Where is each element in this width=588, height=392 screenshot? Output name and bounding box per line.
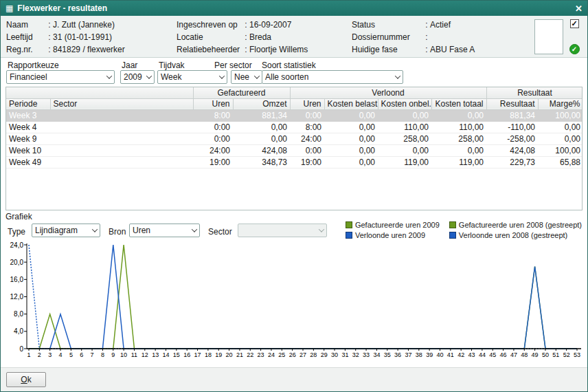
column-header-kosten-totaal[interactable]: Kosten totaal — [431, 98, 486, 109]
soort-statistiek-value: Alle soorten — [262, 72, 392, 82]
cell: 8:00 — [193, 109, 233, 121]
svg-text:18: 18 — [205, 351, 212, 358]
tijdvak-label: Tijdvak — [159, 61, 185, 70]
group-header-verloond: Verloond — [290, 87, 486, 98]
info-field-status: Status : Actief — [352, 19, 534, 31]
flexworker-checkbox[interactable]: ✓ — [570, 19, 579, 28]
column-header-omzet[interactable]: Omzet — [233, 98, 290, 109]
legend-label: Verloonde uren 2008 (gestreept) — [459, 231, 567, 239]
column-header-marge[interactable]: Marge% — [538, 98, 583, 109]
svg-text:2: 2 — [38, 351, 41, 358]
cell: 24:00 — [193, 144, 233, 156]
cell — [50, 156, 193, 168]
colon: : — [423, 20, 430, 30]
svg-text:30: 30 — [331, 351, 338, 358]
rapportkeuze-label: Rapportkeuze — [8, 61, 59, 70]
svg-text:44: 44 — [479, 351, 486, 358]
info-field-ingeschreven: Ingeschreven op : 16-09-2007 — [177, 19, 352, 31]
svg-text:16: 16 — [183, 351, 190, 358]
jaar-select[interactable]: 2009 — [120, 70, 155, 84]
svg-text:14: 14 — [162, 351, 169, 358]
info-field-relatiebeheerder: Relatiebeheerder : Floortje Willems — [177, 43, 352, 56]
column-header-resultaat[interactable]: Resultaat — [486, 98, 538, 109]
window-icon: ▦ — [5, 4, 13, 12]
info-field-dossiernummer: Dossiernummer : — [352, 31, 534, 43]
cell: 0:00 — [290, 144, 324, 156]
column-header-sector[interactable]: Sector — [50, 98, 193, 109]
info-field-locatie: Locatie : Breda — [177, 31, 352, 43]
per-sector-value: Nee — [231, 72, 251, 82]
cell: 881,34 — [486, 109, 538, 121]
chart-source-select[interactable]: Uren — [129, 224, 200, 237]
chart-type-value: Lijndiagram — [32, 226, 89, 235]
chart-legend: Gefactureerde uren 2009Gefactureerde ure… — [346, 221, 582, 239]
results-table-body: Week 38:00881,340:000,000,000,00881,3410… — [6, 109, 583, 168]
svg-text:29: 29 — [321, 351, 328, 358]
results-grid: Gefactureerd Verloond Resultaat Periode … — [5, 87, 583, 210]
close-icon[interactable]: ✕ — [575, 4, 583, 13]
info-field-huidige-fase: Huidige fase : ABU Fase A — [352, 43, 534, 56]
cell — [50, 144, 193, 156]
cell: 258,00 — [378, 133, 431, 144]
svg-text:20: 20 — [226, 351, 233, 358]
svg-text:5: 5 — [69, 351, 73, 358]
table-row[interactable]: Week 1024:00424,080:000,000,000,00424,08… — [6, 144, 583, 156]
column-header-uren-verloond[interactable]: Uren — [290, 98, 324, 109]
svg-text:33: 33 — [363, 351, 370, 358]
ok-button[interactable]: Ok — [6, 372, 46, 387]
table-row[interactable]: Week 90:000,0024:000,00258,00258,00-258,… — [6, 133, 583, 144]
svg-text:38: 38 — [416, 351, 422, 358]
cell: 0,00 — [233, 133, 290, 144]
table-row[interactable]: Week 38:00881,340:000,000,000,00881,3410… — [6, 109, 583, 121]
svg-text:41: 41 — [447, 351, 454, 358]
colon: : — [46, 20, 53, 30]
chart-type-select[interactable]: Lijndiagram — [32, 224, 100, 237]
svg-text:28: 28 — [310, 351, 317, 358]
colon: : — [46, 45, 53, 54]
cell: 0,00 — [378, 144, 431, 156]
cell: 0,00 — [324, 144, 378, 156]
svg-text:7: 7 — [91, 351, 94, 358]
info-field-regnr: Reg.nr. : 841829 / flexwerker — [6, 43, 177, 56]
colon: : — [242, 45, 249, 54]
table-row[interactable]: Week 40:000,008:000,00110,00110,00-110,0… — [6, 121, 583, 133]
column-header-kosten-belast[interactable]: Kosten belast — [324, 98, 378, 109]
cell: 0,00 — [538, 121, 583, 133]
svg-text:47: 47 — [510, 351, 517, 358]
field-value: Actief — [430, 20, 534, 30]
titlebar: ▦ Flexwerker - resultaten ✕ — [1, 1, 587, 16]
svg-text:37: 37 — [405, 351, 411, 358]
table-row[interactable]: Week 4919:00348,7319:000,00119,00119,002… — [6, 156, 583, 168]
cell: Week 49 — [6, 156, 50, 168]
field-value: J. Zutt (Janneke) — [53, 20, 177, 30]
cell: 100,00 — [538, 144, 583, 156]
field-label: Status — [352, 20, 423, 30]
soort-statistiek-select[interactable]: Alle soorten — [262, 70, 403, 84]
cell: Week 3 — [6, 109, 50, 121]
cell — [50, 133, 193, 144]
column-header-uren-gefactureerd[interactable]: Uren — [193, 98, 233, 109]
svg-text:4: 4 — [59, 351, 63, 358]
column-header-kosten-onbel[interactable]: Kosten onbel. — [378, 98, 431, 109]
tijdvak-value: Week — [158, 72, 216, 82]
field-value: Breda — [249, 32, 352, 42]
info-field-naam: Naam : J. Zutt (Janneke) — [6, 19, 177, 31]
legend-swatch — [449, 232, 456, 239]
cell: 0:00 — [193, 121, 233, 133]
svg-text:3: 3 — [48, 351, 52, 358]
column-header-periode[interactable]: Periode — [6, 98, 50, 109]
cell: 881,34 — [233, 109, 290, 121]
legend-item: Verloonde uren 2008 (gestreept) — [449, 231, 582, 239]
tijdvak-select[interactable]: Week — [157, 70, 227, 84]
flexworker-info-panel: Naam : J. Zutt (Janneke) Leeftijd : 31 (… — [1, 16, 587, 58]
results-chart: 24,020,016,012,08,04,0012345678910111213… — [5, 241, 583, 367]
soort-statistiek-label: Soort statistiek — [262, 61, 316, 70]
cell: 19:00 — [193, 156, 233, 168]
info-column-3: Status : Actief Dossiernummer : Huidige … — [352, 19, 534, 56]
cell — [50, 121, 193, 133]
chevron-down-icon — [392, 71, 403, 83]
cell: 0:00 — [193, 133, 233, 144]
per-sector-select[interactable]: Nee — [231, 70, 262, 84]
rapportkeuze-select[interactable]: Financieel — [6, 70, 115, 84]
svg-text:39: 39 — [426, 351, 433, 358]
